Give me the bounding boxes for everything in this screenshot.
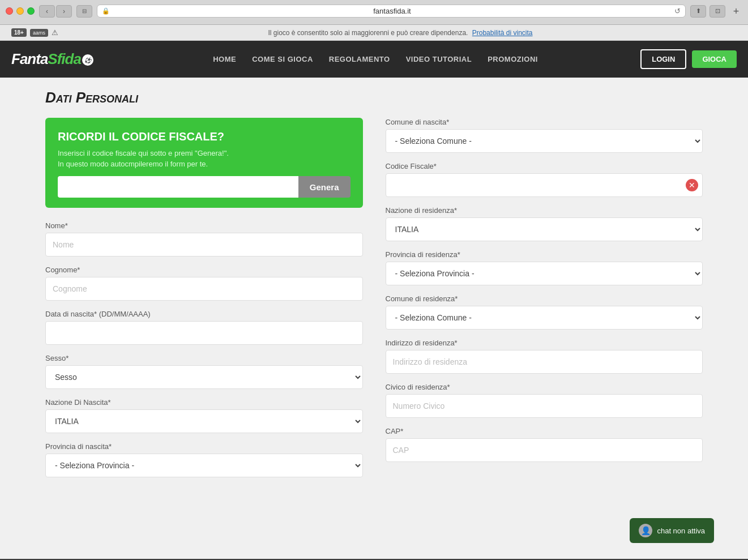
nazione-residenza-label: Nazione di residenza* [386,206,703,215]
nome-input[interactable] [45,233,363,257]
sidebar-toggle[interactable]: ⊟ [76,5,92,18]
chat-avatar-icon: 👤 [639,524,652,537]
indirizzo-label: Indirizzo di residenza* [386,339,703,347]
cf-generate-button[interactable]: Genera [298,176,351,198]
gioca-button[interactable]: GIOCA [692,50,737,68]
sesso-select[interactable]: Sesso Maschio Femmina [45,365,363,389]
data-nascita-field-group: Data di nascita* (DD/MM/AAAA) [45,310,363,345]
share-button[interactable]: ⬆ [690,5,706,18]
address-bar[interactable]: 🔒 fantasfida.it ↺ [97,5,686,18]
nav-promozioni[interactable]: PROMOZIONI [488,55,538,63]
cognome-input[interactable] [45,277,363,301]
badge-aams: aams [30,29,48,37]
civico-field-group: Civico di residenza* [386,383,703,418]
cognome-field-group: Cognome* [45,266,363,301]
page-title: Dati Personali [45,89,703,106]
cap-field-group: CAP* [386,427,703,462]
codice-fiscale-field-group: Codice Fiscale* ✕ [386,162,703,197]
form-grid: RICORDI IL CODICE FISCALE? Inserisci il … [45,118,703,486]
provincia-nascita-field-group: Provincia di nascita* - Seleziona Provin… [45,442,363,477]
logo[interactable]: FantaSfida ⚽ [11,50,93,68]
cap-input[interactable] [386,438,703,462]
reload-icon[interactable]: ↺ [674,7,681,15]
codice-fiscale-label: Codice Fiscale* [386,162,703,170]
nome-field-group: Nome* [45,221,363,257]
codice-fiscale-box: RICORDI IL CODICE FISCALE? Inserisci il … [45,118,363,208]
provincia-residenza-label: Provincia di residenza* [386,250,703,259]
sesso-field-group: Sesso* Sesso Maschio Femmina [45,354,363,389]
comune-residenza-select[interactable]: - Seleziona Comune - [386,306,703,330]
minimize-button[interactable] [16,7,24,15]
nazione-nascita-label: Nazione Di Nascita* [45,398,363,407]
new-tab-button[interactable]: + [730,5,742,18]
nazione-residenza-select[interactable]: ITALIA [386,217,703,241]
nav-video-tutorial[interactable]: VIDEO TUTORIAL [406,55,472,63]
back-arrow[interactable]: ‹ [39,5,55,18]
traffic-lights [6,7,35,15]
codice-fiscale-wrapper: ✕ [386,173,703,197]
site-wrapper: FantaSfida ⚽ HOME COME SI GIOCA REGOLAME… [0,41,748,559]
nazione-residenza-field-group: Nazione di residenza* ITALIA [386,206,703,241]
reading-list-button[interactable]: ⊡ [709,5,725,18]
chat-widget[interactable]: 👤 chat non attiva [630,518,714,543]
nav-regolamento[interactable]: REGOLAMENTO [329,55,390,63]
data-nascita-label: Data di nascita* (DD/MM/AAAA) [45,310,363,318]
left-column: RICORDI IL CODICE FISCALE? Inserisci il … [45,118,363,486]
warning-bar: 18+ aams ⚠ Il gioco è consentito solo ai… [0,25,748,41]
codice-fiscale-clear-button[interactable]: ✕ [686,179,698,191]
indirizzo-field-group: Indirizzo di residenza* [386,339,703,374]
cf-box-title: RICORDI IL CODICE FISCALE? [58,130,351,143]
right-column: Comune di nascita* - Seleziona Comune - … [386,118,703,471]
cap-label: CAP* [386,427,703,435]
codice-fiscale-input[interactable] [386,173,703,197]
data-nascita-input[interactable] [45,321,363,345]
comune-residenza-field-group: Comune di residenza* - Seleziona Comune … [386,294,703,330]
cognome-label: Cognome* [45,266,363,274]
chat-label: chat non attiva [657,527,705,535]
forward-arrow[interactable]: › [56,5,72,18]
comune-nascita-select[interactable]: - Seleziona Comune - [386,129,703,153]
nazione-nascita-select[interactable]: ITALIA [45,409,363,433]
nav-home[interactable]: HOME [213,55,236,63]
close-button[interactable] [6,7,13,15]
civico-input[interactable] [386,394,703,418]
nazione-nascita-field-group: Nazione Di Nascita* ITALIA [45,398,363,433]
civico-label: Civico di residenza* [386,383,703,391]
url-text: fantasfida.it [113,7,671,15]
browser-chrome: ‹ › ⊟ 🔒 fantasfida.it ↺ ⬆ ⊡ + [0,0,748,25]
cf-input-row: Genera [58,176,351,198]
comune-nascita-field-group: Comune di nascita* - Seleziona Comune - [386,118,703,153]
cf-generate-input[interactable] [58,176,298,198]
provincia-residenza-field-group: Provincia di residenza* - Seleziona Prov… [386,250,703,285]
cf-box-desc1: Inserisci il codice fiscale qui sotto e … [58,149,351,157]
comune-residenza-label: Comune di residenza* [386,294,703,303]
warning-text: Il gioco è consentito solo ai maggiorenn… [64,29,737,37]
lottery-icon: ⚠ [52,28,58,37]
login-button[interactable]: LOGIN [640,49,686,69]
logo-text: FantaSfida ⚽ [11,50,93,67]
indirizzo-input[interactable] [386,350,703,374]
comune-nascita-label: Comune di nascita* [386,118,703,126]
cf-box-desc2: In questo modo autocmpileremo il form pe… [58,160,351,168]
provincia-nascita-select[interactable]: - Seleziona Provincia - [45,454,363,477]
nav-links: HOME COME SI GIOCA REGOLAMENTO VIDEO TUT… [110,55,640,63]
probability-link[interactable]: Probabilità di vincita [472,29,533,37]
provincia-nascita-label: Provincia di nascita* [45,442,363,451]
sesso-label: Sesso* [45,354,363,362]
site-nav: FantaSfida ⚽ HOME COME SI GIOCA REGOLAME… [0,41,748,78]
provincia-residenza-select[interactable]: - Seleziona Provincia - [386,262,703,285]
nav-come-si-gioca[interactable]: COME SI GIOCA [252,55,313,63]
lock-icon: 🔒 [102,7,110,15]
page-content: Dati Personali RICORDI IL CODICE FISCALE… [0,78,748,559]
maximize-button[interactable] [27,7,35,15]
nome-label: Nome* [45,221,363,230]
badge-18: 18+ [11,28,27,37]
